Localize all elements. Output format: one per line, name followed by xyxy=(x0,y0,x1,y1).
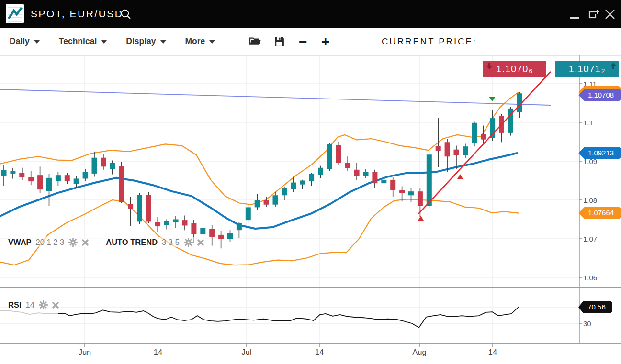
arrow-down-icon xyxy=(486,63,493,69)
arrow-up-icon xyxy=(610,63,617,69)
candle-down xyxy=(19,173,24,177)
auto-trend-remove-icon[interactable] xyxy=(197,239,204,246)
candle-down xyxy=(101,158,106,167)
time-axis-tick-label: Jul xyxy=(241,348,251,357)
candle-up xyxy=(173,220,179,222)
buy-price-badge[interactable]: 1.10712 xyxy=(555,61,619,77)
candle-up xyxy=(200,228,205,234)
chevron-down-icon xyxy=(34,40,40,44)
menu-display[interactable]: Display xyxy=(126,36,166,46)
rsi-legend-row: RSI 14 xyxy=(7,300,60,310)
rsi-line-warmup xyxy=(0,310,58,314)
candle-up xyxy=(246,207,251,220)
candle-up xyxy=(408,191,414,195)
price-marker-badge: 1.10708 xyxy=(578,89,621,101)
buy-signal-marker xyxy=(418,216,424,221)
price-marker-badge: 1.09213 xyxy=(578,147,621,159)
candle-down xyxy=(390,180,395,190)
time-axis-tick-label: Jun xyxy=(79,348,91,357)
candle-up xyxy=(10,171,15,174)
price-axis-tick-label: 1.08 xyxy=(583,196,597,204)
rsi-axis-tick-label: 30 xyxy=(583,320,591,328)
close-icon[interactable] xyxy=(605,9,615,22)
save-floppy-icon[interactable] xyxy=(274,28,285,55)
menu-group: Daily Technical Display More xyxy=(10,28,215,55)
candle-up xyxy=(309,174,314,181)
candle-down xyxy=(418,191,423,206)
rsi-indicator-params: 14 xyxy=(26,300,34,309)
auto-trend-indicator-label: AUTO TREND xyxy=(106,238,158,247)
menu-daily[interactable]: Daily xyxy=(10,36,40,46)
candle-up xyxy=(1,170,7,176)
candle-down xyxy=(28,177,34,181)
candle-up xyxy=(300,181,305,185)
candle-down xyxy=(354,170,360,176)
candle-down xyxy=(191,223,196,234)
candle-up xyxy=(363,172,369,176)
price-marker-badge: 1.07664 xyxy=(578,207,621,219)
candle-down xyxy=(345,163,350,168)
candle-down xyxy=(218,235,224,239)
zoom-in-button[interactable]: + xyxy=(321,28,330,55)
candle-down xyxy=(119,166,124,202)
time-axis-tick-label: 14 xyxy=(154,348,162,357)
chart-toolbar: Daily Technical Display More − + CURRENT… xyxy=(0,28,621,55)
candle-up xyxy=(282,188,287,196)
chevron-down-icon xyxy=(160,40,166,44)
candle-up xyxy=(327,144,332,169)
minimize-button[interactable] xyxy=(570,17,579,19)
candle-up xyxy=(137,195,142,221)
candle-up xyxy=(472,123,477,143)
price-axis-tick-label: 1.06 xyxy=(583,274,597,282)
rsi-indicator-label: RSI xyxy=(8,300,22,309)
restore-popout-button[interactable] xyxy=(588,9,600,22)
open-folder-icon[interactable] xyxy=(249,28,261,55)
candle-down xyxy=(65,175,70,181)
candle-up xyxy=(463,146,468,155)
rsi-settings-gear-icon[interactable] xyxy=(39,300,48,309)
bollinger-lower-band xyxy=(0,199,519,265)
symbol-title: SPOT, EUR/USD xyxy=(31,0,124,28)
candle-up xyxy=(291,183,296,189)
candle-down xyxy=(209,229,215,237)
app-logo xyxy=(6,4,24,23)
price-axis-tick-label: 1.07 xyxy=(583,235,597,243)
menu-more[interactable]: More xyxy=(185,36,215,46)
candle-up xyxy=(255,200,260,207)
indicator-legend-row: VWAP 20 1 2 3 AUTO TREND 3 3 5 xyxy=(7,237,205,247)
menu-technical[interactable]: Technical xyxy=(59,36,107,46)
candle-down xyxy=(445,142,450,156)
vwap-indicator-label: VWAP xyxy=(8,238,32,247)
window-titlebar: SPOT, EUR/USD xyxy=(0,0,621,28)
vwap-settings-gear-icon[interactable] xyxy=(68,238,78,247)
candle-up xyxy=(237,223,242,231)
time-axis-tick-label: Aug xyxy=(412,348,426,357)
vwap-remove-icon[interactable] xyxy=(82,239,89,246)
zoom-out-button[interactable]: − xyxy=(299,28,307,55)
buy-signal-marker xyxy=(457,174,463,179)
candle-down xyxy=(264,200,269,205)
candle-up xyxy=(427,154,432,206)
resistance-trendline[interactable] xyxy=(0,89,551,105)
search-icon[interactable] xyxy=(120,8,132,22)
auto-trend-indicator-params: 3 3 5 xyxy=(162,238,180,247)
candle-up xyxy=(74,178,79,184)
candle-up xyxy=(318,168,323,175)
rsi-remove-icon[interactable] xyxy=(52,302,59,309)
candle-up xyxy=(56,175,61,181)
candle-down xyxy=(37,175,43,189)
candle-down xyxy=(146,195,151,221)
sell-signal-marker xyxy=(489,97,496,101)
sell-price-badge[interactable]: 1.10706 xyxy=(483,61,546,77)
pane-divider[interactable] xyxy=(0,287,621,288)
candle-down xyxy=(155,222,160,226)
candle-up xyxy=(92,158,97,174)
candle-up xyxy=(227,233,233,239)
chevron-down-icon xyxy=(209,40,215,44)
time-axis-tick-label: 14 xyxy=(488,348,497,357)
current-price-label: CURRENT PRICE: xyxy=(382,28,477,55)
auto-trend-settings-gear-icon[interactable] xyxy=(184,238,193,247)
candle-down xyxy=(436,146,441,151)
panel-borders xyxy=(0,55,621,347)
candle-up xyxy=(83,172,88,179)
